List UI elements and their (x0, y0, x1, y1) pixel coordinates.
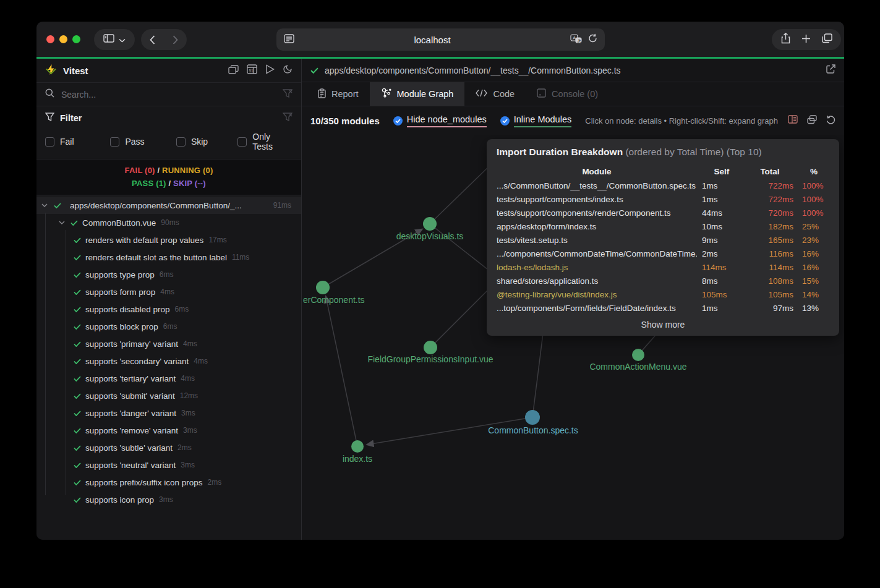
test-row[interactable]: supports 'subtle' variant 2ms (36, 439, 301, 456)
pass-check-icon (74, 462, 81, 468)
new-tab-icon[interactable] (801, 34, 811, 46)
url-text[interactable]: localhost (294, 35, 570, 45)
module-graph-canvas[interactable]: desktopVisuals.ts erComponent.ts FieldGr… (302, 135, 844, 540)
tab-report[interactable]: Report (307, 82, 370, 106)
table-row[interactable]: shared/stores/application.ts 8ms 108ms 1… (497, 274, 829, 288)
test-row[interactable]: supports 'primary' variant 4ms (36, 335, 301, 352)
self-cell: 2ms (702, 249, 741, 258)
graph-node-commonbutton-spec[interactable] (525, 410, 540, 425)
graph-node-rendercomponent[interactable] (316, 281, 330, 294)
tab-module-graph[interactable]: Module Graph (370, 82, 465, 106)
test-duration: 4ms (194, 357, 208, 365)
total-cell: 165ms (746, 236, 793, 245)
total-cell: 722ms (746, 181, 793, 190)
test-row[interactable]: renders with default prop values 17ms (36, 231, 301, 249)
sidebar-toggle-button[interactable] (94, 29, 135, 50)
table-row[interactable]: tests/vitest.setup.ts 9ms 165ms 23% (497, 233, 829, 247)
test-row[interactable]: supports disabled prop 6ms (36, 300, 301, 318)
module-cell: ...top/components/Form/fields/FieldDate/… (497, 304, 697, 313)
test-label: supports form prop (85, 288, 155, 297)
test-duration: 2ms (208, 478, 222, 487)
table-row[interactable]: apps/desktop/form/index.ts 10ms 182ms 25… (497, 219, 829, 233)
test-row[interactable]: supports prefix/suffix icon props 2ms (36, 474, 301, 491)
graph-node-desktopvisuals[interactable] (423, 217, 437, 231)
tree-suite-row[interactable]: CommonButton.vue 90ms (36, 214, 301, 231)
test-row[interactable]: supports block prop 6ms (36, 318, 301, 335)
reset-graph-icon[interactable] (826, 115, 835, 127)
clear-filter-icon[interactable] (283, 113, 293, 124)
run-all-icon[interactable] (265, 64, 275, 77)
table-row[interactable]: ...top/components/Form/fields/FieldDate/… (497, 301, 829, 315)
sidebar-header: Vitest 51 (36, 59, 301, 82)
inline-modules-checkbox[interactable]: Inline Modules (500, 114, 572, 127)
table-row[interactable]: .../components/CommonDateTime/CommonDate… (497, 247, 829, 260)
console-icon (537, 88, 546, 100)
pass-check-icon (74, 445, 81, 451)
test-row[interactable]: supports 'tertiary' variant 4ms (36, 370, 301, 387)
main-panel: apps/desktop/components/CommonButton/__t… (302, 59, 844, 540)
checkbox-only-tests[interactable]: Only Tests (237, 132, 293, 151)
minimize-window-button[interactable] (59, 35, 67, 43)
test-row[interactable]: renders default slot as the button label… (36, 249, 301, 266)
table-row[interactable]: ...s/CommonButton/__tests__/CommonButton… (497, 179, 829, 192)
pass-count: PASS (1) (132, 179, 166, 188)
graph-node-label[interactable]: erComponent.ts (303, 295, 365, 305)
close-window-button[interactable] (46, 35, 54, 43)
test-row[interactable]: supports 'secondary' variant 4ms (36, 352, 301, 370)
graph-node-commonactionmenu[interactable] (632, 349, 644, 361)
test-row[interactable]: supports 'neutral' variant 3ms (36, 456, 301, 474)
graph-node-label[interactable]: index.ts (343, 454, 372, 464)
graph-node-label[interactable]: desktopVisuals.ts (396, 231, 464, 241)
graph-node-fieldgrouppermissionsinput[interactable] (424, 341, 437, 354)
reload-icon[interactable] (588, 33, 597, 46)
node-details-icon[interactable] (788, 115, 798, 126)
test-row[interactable]: supports 'remove' variant 3ms (36, 422, 301, 439)
clear-search-icon[interactable] (283, 89, 293, 100)
graph-node-index[interactable] (351, 440, 364, 453)
reader-icon[interactable] (284, 34, 294, 46)
chevron-down-icon[interactable] (59, 221, 65, 224)
test-row[interactable]: supports 'danger' variant 3ms (36, 404, 301, 422)
graph-node-label[interactable]: CommonButton.spec.ts (488, 425, 578, 435)
table-row[interactable]: @testing-library/vue/dist/index.js 105ms… (497, 288, 829, 301)
checkbox-fail[interactable]: Fail (45, 137, 110, 147)
test-row[interactable]: supports 'submit' variant 12ms (36, 387, 301, 404)
tab-code[interactable]: Code (464, 82, 526, 106)
test-row[interactable]: supports type prop 6ms (36, 266, 301, 283)
graph-node-label[interactable]: CommonActionMenu.vue (589, 362, 686, 372)
pass-check-icon (74, 272, 81, 278)
search-input[interactable]: Search... (61, 90, 283, 100)
translate-icon[interactable]: Aあ (570, 34, 582, 46)
back-button[interactable] (141, 35, 164, 45)
share-icon[interactable] (781, 33, 790, 46)
show-more-button[interactable]: Show more (497, 320, 829, 330)
tabs-overview-icon[interactable] (822, 33, 832, 46)
expand-graph-icon[interactable] (807, 115, 817, 127)
checkbox-icon (110, 137, 119, 147)
checkbox-pass[interactable]: Pass (110, 137, 176, 147)
graph-node-label[interactable]: FieldGroupPermissionsInput.vue (367, 354, 493, 364)
moon-icon[interactable] (283, 64, 293, 77)
test-duration: 3ms (183, 426, 197, 435)
address-bar[interactable]: localhost Aあ (276, 28, 605, 51)
table-row[interactable]: tests/support/components/renderComponent… (497, 206, 829, 219)
checkbox-skip[interactable]: Skip (176, 137, 237, 147)
chevron-down-icon[interactable] (41, 203, 48, 207)
dashboard-icon[interactable]: 51 (247, 64, 257, 77)
search-bar[interactable]: Search... (36, 82, 301, 106)
percent-cell: 15% (798, 276, 829, 286)
table-row[interactable]: lodash-es/lodash.js 114ms 114ms 16% (497, 260, 829, 274)
module-cell: .../components/CommonDateTime/CommonDate… (497, 249, 697, 258)
windows-icon[interactable] (228, 65, 239, 77)
zoom-window-button[interactable] (72, 35, 80, 43)
tree-file-row[interactable]: apps/desktop/components/CommonButton/_..… (36, 197, 301, 214)
table-row[interactable]: tests/support/components/index.ts 1ms 72… (497, 192, 829, 206)
forward-button[interactable] (164, 35, 187, 45)
tab-console[interactable]: Console (0) (526, 82, 609, 106)
hide-node-modules-checkbox[interactable]: Hide node_modules (393, 114, 487, 127)
open-in-editor-icon[interactable] (826, 64, 835, 76)
test-row[interactable]: supports icon prop 3ms (36, 491, 301, 508)
self-cell: 10ms (702, 222, 741, 231)
test-row[interactable]: supports form prop 4ms (36, 283, 301, 300)
test-label: supports block prop (85, 322, 158, 331)
